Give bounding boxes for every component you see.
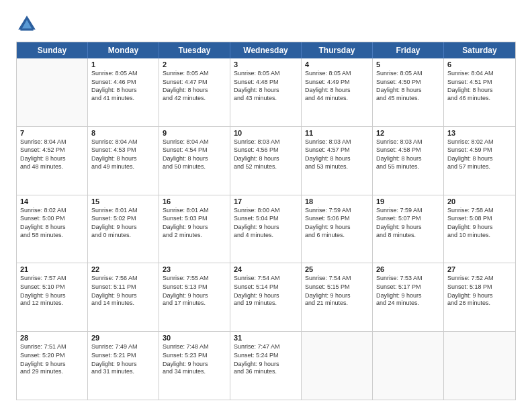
day-number: 8 xyxy=(91,129,155,137)
sunset-text: Sunset: 5:24 PM xyxy=(234,352,298,360)
weekday-header-tuesday: Tuesday xyxy=(159,42,230,58)
sunrise-text: Sunrise: 8:04 AM xyxy=(91,138,155,146)
calendar-cell-14: 14Sunrise: 8:02 AMSunset: 5:00 PMDayligh… xyxy=(17,195,88,263)
calendar-cell-4: 4Sunrise: 8:05 AMSunset: 4:49 PMDaylight… xyxy=(302,58,373,126)
weekday-header-thursday: Thursday xyxy=(302,42,373,58)
sunset-text: Sunset: 5:11 PM xyxy=(91,283,155,291)
calendar-cell-empty-4-5 xyxy=(373,332,444,400)
sunset-text: Sunset: 4:46 PM xyxy=(91,79,155,87)
sunset-text: Sunset: 4:58 PM xyxy=(376,146,440,154)
logo xyxy=(16,13,40,35)
sunrise-text: Sunrise: 8:02 AM xyxy=(20,207,84,215)
day-number: 1 xyxy=(91,60,155,68)
sunset-text: Sunset: 5:21 PM xyxy=(91,352,155,360)
day-number: 15 xyxy=(91,197,155,205)
weekday-header-monday: Monday xyxy=(88,42,159,58)
daylight-text: Daylight: 8 hours and 48 minutes. xyxy=(20,155,84,171)
sunrise-text: Sunrise: 8:04 AM xyxy=(20,138,84,146)
sunrise-text: Sunrise: 8:05 AM xyxy=(91,70,155,78)
calendar-cell-empty-4-6 xyxy=(444,332,515,400)
daylight-text: Daylight: 8 hours and 57 minutes. xyxy=(447,155,512,171)
day-number: 4 xyxy=(305,60,369,68)
daylight-text: Daylight: 8 hours and 50 minutes. xyxy=(163,155,226,171)
daylight-text: Daylight: 8 hours and 43 minutes. xyxy=(234,87,298,102)
calendar-cell-17: 17Sunrise: 8:00 AMSunset: 5:04 PMDayligh… xyxy=(230,195,302,263)
day-number: 9 xyxy=(163,129,226,137)
page: SundayMondayTuesdayWednesdayThursdayFrid… xyxy=(0,0,532,411)
calendar-body: 1Sunrise: 8:05 AMSunset: 4:46 PMDaylight… xyxy=(17,58,515,400)
daylight-text: Daylight: 8 hours and 52 minutes. xyxy=(234,155,298,171)
calendar-cell-26: 26Sunrise: 7:53 AMSunset: 5:17 PMDayligh… xyxy=(373,263,444,331)
calendar-cell-6: 6Sunrise: 8:04 AMSunset: 4:51 PMDaylight… xyxy=(444,58,515,126)
sunrise-text: Sunrise: 7:54 AM xyxy=(234,275,298,283)
daylight-text: Daylight: 8 hours and 46 minutes. xyxy=(447,87,512,102)
sunset-text: Sunset: 5:00 PM xyxy=(20,215,84,223)
sunrise-text: Sunrise: 8:05 AM xyxy=(234,70,298,78)
sunset-text: Sunset: 5:15 PM xyxy=(305,283,369,291)
day-number: 6 xyxy=(447,60,512,68)
calendar-row-0: 1Sunrise: 8:05 AMSunset: 4:46 PMDaylight… xyxy=(17,58,515,127)
day-number: 14 xyxy=(20,197,84,205)
sunset-text: Sunset: 4:57 PM xyxy=(305,146,369,154)
sunset-text: Sunset: 4:51 PM xyxy=(447,79,512,87)
calendar-cell-25: 25Sunrise: 7:54 AMSunset: 5:15 PMDayligh… xyxy=(302,263,373,331)
sunset-text: Sunset: 4:47 PM xyxy=(163,79,226,87)
day-number: 17 xyxy=(234,197,298,205)
daylight-text: Daylight: 8 hours and 42 minutes. xyxy=(163,87,226,102)
calendar-cell-12: 12Sunrise: 8:03 AMSunset: 4:58 PMDayligh… xyxy=(373,127,444,195)
weekday-header-wednesday: Wednesday xyxy=(230,42,302,58)
daylight-text: Daylight: 8 hours and 49 minutes. xyxy=(91,155,155,171)
sunset-text: Sunset: 4:56 PM xyxy=(234,146,298,154)
sunrise-text: Sunrise: 7:56 AM xyxy=(91,275,155,283)
weekday-header-saturday: Saturday xyxy=(444,42,515,58)
calendar: SundayMondayTuesdayWednesdayThursdayFrid… xyxy=(16,42,516,400)
sunrise-text: Sunrise: 8:00 AM xyxy=(234,207,298,215)
sunset-text: Sunset: 5:20 PM xyxy=(20,352,84,360)
sunrise-text: Sunrise: 7:47 AM xyxy=(234,343,298,351)
sunset-text: Sunset: 5:02 PM xyxy=(91,215,155,223)
daylight-text: Daylight: 8 hours and 44 minutes. xyxy=(305,87,369,102)
calendar-cell-23: 23Sunrise: 7:55 AMSunset: 5:13 PMDayligh… xyxy=(159,263,230,331)
calendar-cell-31: 31Sunrise: 7:47 AMSunset: 5:24 PMDayligh… xyxy=(230,332,302,400)
sunset-text: Sunset: 5:18 PM xyxy=(447,283,512,291)
sunrise-text: Sunrise: 8:02 AM xyxy=(447,138,512,146)
sunrise-text: Sunrise: 8:01 AM xyxy=(91,207,155,215)
calendar-cell-30: 30Sunrise: 7:48 AMSunset: 5:23 PMDayligh… xyxy=(159,332,230,400)
daylight-text: Daylight: 9 hours and 8 minutes. xyxy=(376,224,440,239)
daylight-text: Daylight: 9 hours and 34 minutes. xyxy=(163,361,226,376)
day-number: 20 xyxy=(447,197,512,205)
calendar-cell-18: 18Sunrise: 7:59 AMSunset: 5:06 PMDayligh… xyxy=(302,195,373,263)
sunset-text: Sunset: 5:06 PM xyxy=(305,215,369,223)
sunset-text: Sunset: 5:14 PM xyxy=(234,283,298,291)
calendar-row-4: 28Sunrise: 7:51 AMSunset: 5:20 PMDayligh… xyxy=(17,332,515,400)
daylight-text: Daylight: 9 hours and 2 minutes. xyxy=(163,224,226,239)
weekday-header-friday: Friday xyxy=(373,42,444,58)
sunset-text: Sunset: 4:53 PM xyxy=(91,146,155,154)
daylight-text: Daylight: 9 hours and 14 minutes. xyxy=(91,292,155,308)
day-number: 13 xyxy=(447,129,512,137)
daylight-text: Daylight: 9 hours and 0 minutes. xyxy=(91,224,155,239)
calendar-cell-21: 21Sunrise: 7:57 AMSunset: 5:10 PMDayligh… xyxy=(17,263,88,331)
sunrise-text: Sunrise: 7:52 AM xyxy=(447,275,512,283)
calendar-cell-5: 5Sunrise: 8:05 AMSunset: 4:50 PMDaylight… xyxy=(373,58,444,126)
calendar-cell-24: 24Sunrise: 7:54 AMSunset: 5:14 PMDayligh… xyxy=(230,263,302,331)
header xyxy=(16,13,516,35)
sunset-text: Sunset: 5:04 PM xyxy=(234,215,298,223)
sunrise-text: Sunrise: 7:55 AM xyxy=(163,275,226,283)
daylight-text: Daylight: 9 hours and 29 minutes. xyxy=(20,361,84,376)
sunset-text: Sunset: 4:54 PM xyxy=(163,146,226,154)
day-number: 2 xyxy=(163,60,226,68)
calendar-cell-2: 2Sunrise: 8:05 AMSunset: 4:47 PMDaylight… xyxy=(159,58,230,126)
calendar-cell-13: 13Sunrise: 8:02 AMSunset: 4:59 PMDayligh… xyxy=(444,127,515,195)
calendar-cell-8: 8Sunrise: 8:04 AMSunset: 4:53 PMDaylight… xyxy=(88,127,159,195)
sunrise-text: Sunrise: 7:59 AM xyxy=(376,207,440,215)
sunset-text: Sunset: 4:49 PM xyxy=(305,79,369,87)
daylight-text: Daylight: 8 hours and 55 minutes. xyxy=(376,155,440,171)
logo-icon xyxy=(16,13,38,35)
day-number: 10 xyxy=(234,129,298,137)
sunset-text: Sunset: 5:03 PM xyxy=(163,215,226,223)
day-number: 24 xyxy=(234,265,298,273)
sunset-text: Sunset: 5:23 PM xyxy=(163,352,226,360)
daylight-text: Daylight: 9 hours and 31 minutes. xyxy=(91,361,155,376)
sunrise-text: Sunrise: 8:01 AM xyxy=(163,207,226,215)
